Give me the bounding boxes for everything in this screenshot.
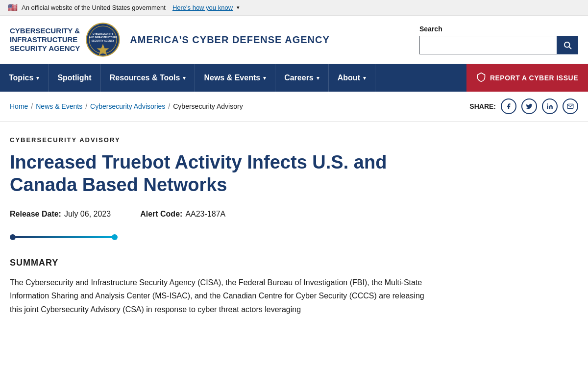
release-date-item: Release Date: July 06, 2023 bbox=[10, 210, 111, 219]
nav-label-topics: Topics bbox=[9, 74, 33, 82]
nav-item-careers[interactable]: Careers ▾ bbox=[275, 64, 329, 92]
breadcrumb-bar: Home / News & Events / Cybersecurity Adv… bbox=[0, 92, 588, 122]
svg-text:AND INFRASTRUCTURE: AND INFRASTRUCTURE bbox=[89, 36, 118, 39]
facebook-share-button[interactable] bbox=[501, 98, 516, 114]
breadcrumb-separator: / bbox=[85, 102, 87, 110]
nav-item-topics[interactable]: Topics ▾ bbox=[0, 64, 49, 92]
divider-dot-right bbox=[112, 234, 118, 240]
nav-label-about: About bbox=[338, 74, 360, 82]
site-header: CYBERSECURITY & INFRASTRUCTURE SECURITY … bbox=[0, 16, 588, 64]
agency-name: CYBERSECURITY & INFRASTRUCTURE SECURITY … bbox=[10, 26, 80, 53]
alert-code-item: Alert Code: AA23-187A bbox=[140, 210, 225, 219]
summary-text: The Cybersecurity and Infrastructure Sec… bbox=[10, 276, 431, 316]
official-text: An official website of the United States… bbox=[22, 4, 166, 11]
nav-item-about[interactable]: About ▾ bbox=[329, 64, 375, 92]
agency-tagline: AMERICA'S CYBER DEFENSE AGENCY bbox=[130, 34, 329, 46]
email-share-button[interactable] bbox=[563, 98, 578, 114]
how-know-link[interactable]: Here's how you know bbox=[172, 4, 233, 11]
chevron-down-icon: ▾ bbox=[263, 75, 266, 81]
search-input[interactable] bbox=[419, 36, 557, 54]
share-icons bbox=[501, 98, 578, 114]
breadcrumb-home[interactable]: Home bbox=[10, 102, 28, 110]
nav-label-spotlight: Spotlight bbox=[57, 74, 91, 82]
breadcrumb-separator: / bbox=[31, 102, 33, 110]
svg-text:SECURITY AGENCY: SECURITY AGENCY bbox=[92, 40, 115, 42]
main-content: CYBERSECURITY ADVISORY Increased Truebot… bbox=[0, 122, 441, 336]
chevron-down-icon: ▾ bbox=[363, 75, 366, 81]
nav-item-resources[interactable]: Resources & Tools ▾ bbox=[101, 64, 196, 92]
meta-row: Release Date: July 06, 2023 Alert Code: … bbox=[10, 210, 431, 219]
svg-line-7 bbox=[569, 47, 571, 49]
nav-item-spotlight[interactable]: Spotlight bbox=[49, 64, 100, 92]
nav-label-news: News & Events bbox=[204, 74, 260, 82]
breadcrumb: Home / News & Events / Cybersecurity Adv… bbox=[10, 102, 243, 110]
twitter-share-button[interactable] bbox=[521, 98, 537, 114]
gov-banner: 🇺🇸 An official website of the United Sta… bbox=[0, 0, 588, 16]
chevron-down-icon: ▾ bbox=[36, 75, 39, 81]
divider-dot-left bbox=[10, 234, 16, 240]
shield-icon bbox=[476, 72, 486, 84]
summary-heading: SUMMARY bbox=[10, 258, 431, 268]
chevron-down-icon: ▾ bbox=[237, 4, 240, 11]
report-btn-label: REPORT A CYBER ISSUE bbox=[490, 74, 578, 82]
chevron-down-icon: ▾ bbox=[317, 75, 319, 81]
nav-items: Topics ▾ Spotlight Resources & Tools ▾ N… bbox=[0, 64, 466, 92]
linkedin-share-button[interactable] bbox=[542, 98, 558, 114]
nav-label-resources: Resources & Tools bbox=[110, 74, 180, 82]
breadcrumb-advisories[interactable]: Cybersecurity Advisories bbox=[90, 102, 165, 110]
advisory-title: Increased Truebot Activity Infects U.S. … bbox=[10, 151, 431, 196]
advisory-type-label: CYBERSECURITY ADVISORY bbox=[10, 136, 431, 144]
breadcrumb-current: Cybersecurity Advisory bbox=[173, 102, 243, 110]
search-row bbox=[419, 36, 578, 54]
search-button[interactable] bbox=[557, 36, 578, 54]
breadcrumb-news-events[interactable]: News & Events bbox=[36, 102, 82, 110]
breadcrumb-separator: / bbox=[168, 102, 170, 110]
nav-item-news[interactable]: News & Events ▾ bbox=[195, 64, 275, 92]
report-cyber-issue-button[interactable]: REPORT A CYBER ISSUE bbox=[466, 64, 588, 92]
share-area: SHARE: bbox=[469, 98, 578, 114]
nav-label-careers: Careers bbox=[284, 74, 314, 82]
alert-code-label: Alert Code: bbox=[140, 210, 182, 219]
cisa-logo-text[interactable]: CYBERSECURITY & INFRASTRUCTURE SECURITY … bbox=[10, 26, 80, 53]
share-label: SHARE: bbox=[469, 102, 496, 110]
decorative-divider bbox=[10, 234, 431, 240]
release-date-value: July 06, 2023 bbox=[64, 210, 111, 219]
release-date-label: Release Date: bbox=[10, 210, 61, 219]
us-flag-icon: 🇺🇸 bbox=[8, 3, 18, 12]
search-area: Search bbox=[419, 25, 578, 54]
svg-text:CYBERSECURITY: CYBERSECURITY bbox=[93, 33, 114, 35]
alert-code-value: AA23-187A bbox=[185, 210, 225, 219]
chevron-down-icon: ▾ bbox=[183, 75, 186, 81]
logo-area: CYBERSECURITY & INFRASTRUCTURE SECURITY … bbox=[10, 23, 330, 57]
divider-line bbox=[15, 236, 113, 238]
search-label: Search bbox=[419, 25, 442, 33]
svg-point-9 bbox=[547, 103, 548, 104]
cisa-seal-icon: CYBERSECURITY AND INFRASTRUCTURE SECURIT… bbox=[86, 23, 120, 57]
summary-section: SUMMARY The Cybersecurity and Infrastruc… bbox=[10, 258, 431, 316]
main-nav: Topics ▾ Spotlight Resources & Tools ▾ N… bbox=[0, 64, 588, 92]
svg-rect-8 bbox=[547, 105, 548, 109]
